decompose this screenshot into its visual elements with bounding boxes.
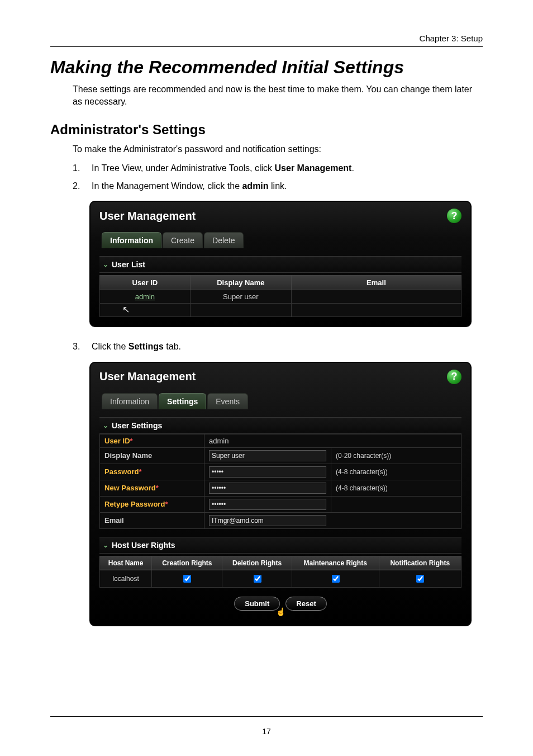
chapter-header: Chapter 3: Setup: [50, 34, 483, 43]
hint-display-name: (0-20 character(s)): [336, 452, 391, 460]
label-new-password: New Password: [104, 484, 156, 492]
hint-password: (4-8 character(s)): [336, 468, 388, 476]
header-rule: [50, 46, 483, 47]
step-text: In the Management Window, click the: [92, 181, 242, 191]
step-post: .: [351, 163, 354, 173]
pointer-cursor-icon: ↖: [122, 305, 130, 314]
label-retype-password: Retype Password: [104, 500, 165, 508]
hint-new-password: (4-8 character(s)): [336, 484, 388, 492]
panel2-title: User Management: [99, 370, 196, 383]
chevron-down-icon: ⌄: [103, 261, 108, 268]
admin-intro: To make the Administrator's password and…: [73, 143, 483, 155]
tab-delete[interactable]: Delete: [204, 232, 243, 248]
table-row: localhost: [100, 570, 461, 587]
intro-paragraph: These settings are recommended and now i…: [73, 83, 483, 108]
display-name-input[interactable]: [209, 450, 326, 461]
step-number: 2.: [73, 179, 92, 193]
col-creation-rights: Creation Rights: [152, 556, 222, 570]
required-star-icon: *: [139, 467, 141, 476]
screenshot-user-management-settings: User Management ? Information Settings E…: [89, 362, 472, 626]
tab-create[interactable]: Create: [163, 232, 203, 248]
required-star-icon: *: [156, 484, 159, 492]
maintenance-rights-checkbox[interactable]: [332, 575, 340, 583]
step-text: Click the: [92, 342, 129, 351]
chevron-down-icon: ⌄: [103, 422, 108, 429]
user-list-label: User List: [112, 260, 145, 269]
value-user-id: admin: [209, 437, 229, 445]
step-1: 1. In Tree View, under Administrative To…: [73, 161, 483, 176]
section-heading-admin: Administrator's Settings: [50, 122, 483, 138]
screenshot-user-management-list: User Management ? Information Create Del…: [89, 201, 472, 327]
step-number: 3.: [73, 339, 92, 354]
submit-button[interactable]: Submit: [234, 597, 280, 611]
tab-events[interactable]: Events: [207, 393, 248, 409]
retype-password-input[interactable]: [209, 499, 326, 510]
deletion-rights-checkbox[interactable]: [254, 575, 261, 583]
tab-settings[interactable]: Settings: [159, 393, 206, 409]
tab-information[interactable]: Information: [102, 232, 161, 248]
step-bold: User Management: [275, 163, 352, 173]
creation-rights-checkbox[interactable]: [183, 575, 191, 583]
cell-email: [291, 290, 461, 304]
label-display-name: Display Name: [104, 451, 152, 460]
email-input[interactable]: [209, 515, 326, 526]
step-bold: admin: [242, 181, 268, 191]
col-maintenance-rights: Maintenance Rights: [292, 556, 379, 570]
col-deletion-rights: Deletion Rights: [222, 556, 292, 570]
cell-display-name: Super user: [190, 290, 291, 304]
reset-button[interactable]: Reset: [285, 597, 326, 611]
required-star-icon: *: [165, 500, 168, 508]
chevron-down-icon: ⌄: [103, 541, 108, 549]
required-star-icon: *: [130, 437, 133, 445]
col-display-name: Display Name: [190, 276, 291, 290]
password-input[interactable]: [209, 466, 326, 478]
user-list-header[interactable]: ⌄ User List: [99, 256, 461, 273]
user-settings-header[interactable]: ⌄ User Settings: [99, 417, 461, 434]
host-user-rights-table: Host Name Creation Rights Deletion Right…: [99, 556, 461, 588]
admin-link[interactable]: admin: [135, 292, 155, 301]
host-user-rights-label: Host User Rights: [112, 541, 175, 550]
footer-rule: [50, 716, 483, 717]
col-notification-rights: Notification Rights: [379, 556, 461, 570]
hand-cursor-icon: ☝: [99, 607, 461, 616]
label-password: Password: [104, 467, 139, 476]
step-post: link.: [269, 181, 287, 191]
notification-rights-checkbox[interactable]: [416, 575, 424, 583]
step-text: In Tree View, under Administrative Tools…: [92, 163, 275, 173]
cell-host-name: localhost: [100, 570, 152, 587]
col-user-id: User ID: [100, 276, 191, 290]
cursor-row: ↖: [100, 304, 461, 317]
user-settings-form: User ID* admin Display Name (0-20 charac…: [99, 434, 461, 529]
tab-information[interactable]: Information: [102, 393, 158, 409]
col-email: Email: [291, 276, 461, 290]
step-3: 3. Click the Settings tab.: [73, 339, 483, 354]
page-title: Making the Recommended Initial Settings: [50, 57, 483, 78]
col-host-name: Host Name: [100, 556, 152, 570]
host-user-rights-header[interactable]: ⌄ Host User Rights: [99, 537, 461, 554]
label-user-id: User ID: [104, 437, 130, 445]
step-post: tab.: [164, 342, 181, 351]
help-icon[interactable]: ?: [447, 209, 461, 223]
panel1-title: User Management: [99, 210, 196, 223]
user-settings-label: User Settings: [112, 421, 162, 430]
step-2: 2. In the Management Window, click the a…: [73, 179, 483, 193]
page-number: 17: [50, 727, 483, 736]
table-row: admin Super user: [100, 290, 461, 304]
label-email: Email: [104, 516, 124, 525]
user-list-table: User ID Display Name Email admin Super u…: [99, 275, 461, 317]
step-bold: Settings: [129, 342, 164, 351]
help-icon[interactable]: ?: [447, 370, 461, 384]
step-number: 1.: [73, 161, 92, 176]
new-password-input[interactable]: [209, 483, 326, 494]
